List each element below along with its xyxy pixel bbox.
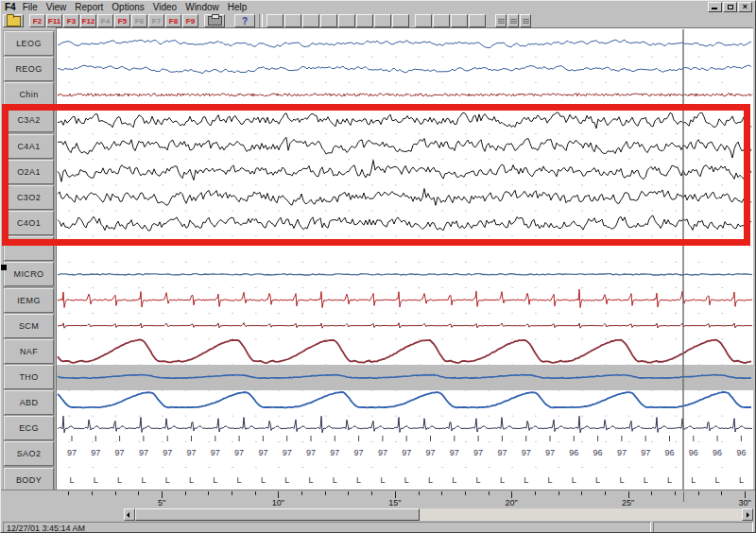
blank-toolbar-button[interactable] <box>320 14 337 27</box>
body-position-value: L <box>308 475 313 485</box>
blank-toolbar-button[interactable] <box>433 14 450 27</box>
blank-toolbar-button[interactable] <box>469 14 486 27</box>
axis-tick <box>208 491 209 495</box>
mini-toolbar-button[interactable] <box>495 14 507 27</box>
fkey-button-f9[interactable]: F9 <box>182 14 198 27</box>
fkey-button-f8[interactable]: F8 <box>165 14 181 27</box>
menu-help[interactable]: Help <box>228 2 248 12</box>
channel-label-ecg[interactable]: ECG <box>4 416 54 440</box>
axis-label-20s: 20" <box>506 498 518 507</box>
blank-toolbar-button[interactable] <box>356 14 373 27</box>
channel-label-chin[interactable]: Chin <box>4 82 54 107</box>
menu-window[interactable]: Window <box>185 2 219 12</box>
axis-tick <box>325 491 326 495</box>
channel-label-micro[interactable]: MICRO <box>4 262 54 286</box>
open-file-button[interactable] <box>3 14 24 27</box>
channel-label-c3a2[interactable]: C3A2 <box>4 108 54 132</box>
restore-button[interactable] <box>723 2 737 12</box>
blank-button-group-2 <box>415 14 487 27</box>
axis-tick <box>68 491 69 495</box>
mini-toolbar-button[interactable] <box>507 14 519 27</box>
axis-tick <box>92 491 93 495</box>
sao2-value: 97 <box>617 448 627 457</box>
channel-label-o2a1[interactable]: O2A1 <box>4 160 54 184</box>
channel-label-tho[interactable]: THO <box>4 365 54 389</box>
axis-tick <box>558 491 559 495</box>
fkey-button-f2[interactable]: F2 <box>29 14 45 27</box>
channel-label-scm[interactable]: SCM <box>4 314 54 338</box>
channel-label-c3o2[interactable]: C3O2 <box>4 185 54 210</box>
mdi-child-icon[interactable]: F4 <box>5 2 16 12</box>
body-position-value: L <box>547 475 552 485</box>
blank-toolbar-button[interactable] <box>392 14 409 27</box>
body-position-value: L <box>404 475 409 485</box>
channel-label-iemg[interactable]: IEMG <box>4 288 54 313</box>
blank-toolbar-button[interactable] <box>284 14 301 27</box>
body-position-value: L <box>333 475 337 485</box>
sao2-value: 96 <box>689 448 698 457</box>
axis-tick <box>511 491 512 498</box>
channel-label-naf[interactable]: NAF <box>4 339 54 364</box>
scroll-left-button[interactable] <box>124 508 135 521</box>
mini-button-group <box>495 14 532 27</box>
channel-label-leog[interactable]: LEOG <box>4 31 54 56</box>
restore-icon <box>728 5 733 9</box>
axis-tick <box>278 491 279 498</box>
body-position-value: L <box>189 475 194 485</box>
fkey-button-f11[interactable]: F11 <box>46 14 62 27</box>
channel-label-body[interactable]: BODY <box>4 468 54 492</box>
fkey-button-f5[interactable]: F5 <box>114 14 130 27</box>
axis-tick <box>115 491 116 495</box>
menu-file[interactable]: File <box>23 2 38 12</box>
menu-view[interactable]: View <box>46 2 67 12</box>
blank-toolbar-button[interactable] <box>338 14 355 27</box>
sao2-value: 97 <box>545 448 555 457</box>
body-position-value: L <box>261 475 266 485</box>
mini-toolbar-button[interactable] <box>520 14 531 27</box>
scrollbar-thumb[interactable] <box>135 508 420 521</box>
fkey-button-f3[interactable]: F3 <box>63 14 79 27</box>
minimize-button[interactable] <box>708 2 722 12</box>
sao2-value: 96 <box>593 448 603 457</box>
fkey-button-f6[interactable]: F6 <box>131 14 147 27</box>
blank-toolbar-button[interactable] <box>415 14 432 27</box>
body-position-value: L <box>691 475 696 485</box>
channel-label-reog[interactable]: REOG <box>4 57 54 81</box>
waveform-plot[interactable]: 9797979797979797979797979797979797979797… <box>57 27 753 490</box>
sao2-value: 97 <box>91 448 100 457</box>
fkey-button-f12[interactable]: F12 <box>80 14 96 27</box>
menu-options[interactable]: Options <box>112 2 144 12</box>
blank-button-group-1 <box>266 14 410 27</box>
axis-tick <box>581 491 582 495</box>
channel-label-c4o1[interactable]: C4O1 <box>4 211 54 235</box>
axis-tick <box>371 491 372 495</box>
fkey-button-f4[interactable]: F4 <box>97 14 113 27</box>
sao2-value: 97 <box>330 448 339 457</box>
sao2-value: 97 <box>258 448 267 457</box>
channel-label-c4a1[interactable]: C4A1 <box>4 134 54 159</box>
blank-toolbar-button[interactable] <box>266 14 284 27</box>
blank-toolbar-button[interactable] <box>451 14 468 27</box>
channel-label-abd[interactable]: ABD <box>4 390 54 415</box>
axis-label-30s: 30" <box>738 498 750 507</box>
channel-label-hidden[interactable] <box>4 236 54 261</box>
close-button[interactable]: × <box>738 2 752 12</box>
body-position-value: L <box>237 475 242 485</box>
help-button[interactable]: ? <box>234 14 255 27</box>
body-position-value: L <box>69 475 74 485</box>
print-button[interactable] <box>204 14 225 27</box>
axis-tick <box>348 491 349 495</box>
toolbar-separator <box>259 14 263 27</box>
channel-label-column: LEOGREOGChinC3A2C4A1O2A1C3O2C4O1MICROIEM… <box>1 27 57 508</box>
body-position-value: L <box>356 475 361 485</box>
fkey-button-f7[interactable]: F7 <box>148 14 164 27</box>
menu-video[interactable]: Video <box>153 2 177 12</box>
sao2-value: 96 <box>713 448 722 457</box>
menu-report[interactable]: Report <box>75 2 103 12</box>
blank-toolbar-button[interactable] <box>302 14 319 27</box>
scroll-right-button[interactable] <box>742 508 753 521</box>
blank-toolbar-button[interactable] <box>374 14 391 27</box>
minimize-icon <box>712 8 717 9</box>
channel-label-sao2[interactable]: SAO2 <box>4 441 54 466</box>
body-position-value: L <box>117 475 122 485</box>
